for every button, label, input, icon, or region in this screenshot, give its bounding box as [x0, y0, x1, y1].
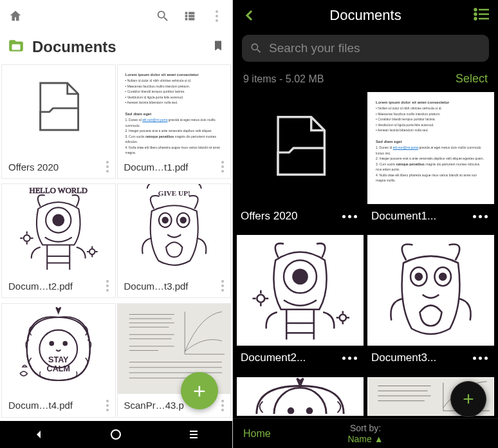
file-more-icon[interactable] [219, 161, 226, 173]
more-icon[interactable] [208, 7, 226, 25]
file-tile[interactable]: Offers 2020 [237, 92, 364, 229]
svg-point-38 [475, 18, 477, 20]
svg-point-43 [340, 315, 346, 321]
left-app-light: Documents Offers 2020 Lorem ipsum dolor … [0, 0, 233, 448]
file-more-icon[interactable] [338, 357, 361, 360]
thumbnail-folder [2, 65, 115, 155]
file-name: Document2... [241, 351, 338, 364]
svg-point-34 [475, 9, 477, 11]
file-tile[interactable]: Lorem ipsum dolor sit amet consectetur •… [117, 64, 232, 179]
file-tile[interactable] [237, 377, 364, 416]
nav-recent-icon[interactable] [186, 427, 201, 442]
home-button[interactable]: Home [243, 428, 347, 440]
file-tile[interactable]: Document2... [237, 235, 364, 370]
plus-icon: + [193, 378, 206, 404]
search-placeholder: Search your files [269, 41, 360, 55]
file-grid: Offers 2020 Lorem ipsum dolor sit amet c… [0, 64, 232, 421]
add-fab[interactable]: + [450, 381, 486, 417]
thumbnail-monster: HELLO WORLD [2, 184, 115, 274]
file-tile[interactable]: HELLO WORLD Docum…t2.pdf [1, 183, 116, 298]
file-name: Docum…t1.pdf [124, 162, 219, 173]
page-title: Documents [264, 7, 467, 24]
home-icon[interactable] [6, 7, 24, 25]
svg-point-4 [24, 235, 30, 241]
file-name: Docum…t2.pdf [8, 281, 104, 292]
sort-button[interactable]: Sort by: Name ▲ [347, 423, 383, 445]
folder-icon [8, 37, 24, 57]
select-button[interactable]: Select [456, 72, 488, 86]
status-row: 9 items - 5.02 MB Select [233, 68, 498, 92]
svg-point-45 [416, 274, 422, 280]
file-tile[interactable]: Document3... [367, 235, 494, 370]
svg-text:GIVE UP!: GIVE UP! [158, 190, 190, 198]
svg-point-49 [307, 408, 312, 413]
file-more-icon[interactable] [469, 357, 492, 360]
sort-label: Sort by: [350, 423, 381, 433]
view-list-icon[interactable] [474, 8, 489, 23]
file-name: Offers 2020 [241, 210, 338, 223]
item-count: 9 items - 5.02 MB [243, 73, 324, 85]
svg-point-48 [288, 408, 293, 413]
svg-point-12 [50, 341, 53, 345]
thumbnail-doc: Lorem ipsum dolor sit amet consectetur •… [118, 65, 231, 155]
view-list-icon[interactable] [181, 7, 199, 25]
search-icon [250, 42, 263, 55]
svg-point-8 [162, 218, 167, 223]
right-app-dark: Documents Search your files 9 items - 5.… [233, 0, 498, 448]
sort-value: Name ▲ [347, 434, 383, 444]
folder-header: Documents [0, 32, 232, 64]
svg-point-42 [257, 295, 264, 303]
file-name: Docum…t3.pdf [124, 281, 219, 292]
file-name: Document1... [371, 210, 469, 223]
file-name: Docum…t4.pdf [8, 400, 104, 411]
plus-icon: + [463, 388, 474, 410]
file-tile[interactable]: Offers 2020 [1, 64, 116, 179]
svg-point-3 [53, 215, 64, 226]
svg-text:STAY: STAY [48, 355, 69, 364]
bookmark-icon[interactable] [212, 39, 225, 55]
svg-text:HELLO WORLD: HELLO WORLD [30, 186, 88, 195]
file-more-icon[interactable] [338, 215, 361, 218]
svg-point-47 [439, 274, 446, 280]
file-caption: Docum…t3.pdf [118, 274, 231, 297]
search-input[interactable]: Search your files [242, 35, 489, 62]
file-caption: Document3... [367, 346, 494, 370]
thumbnail-doc: Lorem ipsum dolor sit amet consectetur •… [367, 92, 494, 204]
nav-back-icon[interactable] [31, 427, 46, 442]
file-tile[interactable]: GIVE UP! Docum…t3.pdf [117, 183, 232, 298]
svg-text:CALM: CALM [47, 364, 70, 373]
file-caption: Document1... [367, 204, 494, 229]
svg-point-36 [475, 14, 477, 15]
file-more-icon[interactable] [104, 400, 111, 411]
bottom-bar: Home Sort by: Name ▲ [233, 418, 498, 448]
file-grid: Offers 2020 Lorem ipsum dolor sit amet c… [233, 92, 498, 418]
back-icon[interactable] [242, 8, 257, 23]
file-more-icon[interactable] [104, 280, 111, 292]
svg-rect-0 [12, 44, 21, 50]
thumbnail-folder [237, 92, 364, 204]
add-fab[interactable]: + [181, 372, 218, 409]
file-more-icon[interactable] [469, 215, 492, 218]
nav-home-icon[interactable] [108, 427, 124, 442]
file-tile[interactable]: STAY CALM Docum…t4.pdf [1, 303, 116, 418]
file-more-icon[interactable] [104, 161, 111, 173]
file-name: Offers 2020 [8, 162, 104, 173]
thumbnail-monster [237, 235, 364, 346]
top-bar: Documents [233, 0, 498, 31]
thumbnail-lion [237, 377, 364, 416]
page-title: Documents [32, 38, 204, 56]
file-more-icon[interactable] [219, 400, 226, 411]
svg-point-13 [63, 341, 67, 345]
svg-point-5 [89, 249, 95, 254]
android-navbar [0, 421, 232, 448]
file-tile[interactable]: Lorem ipsum dolor sit amet consectetur •… [367, 92, 494, 229]
thumbnail-monster: GIVE UP! [118, 184, 231, 274]
svg-point-10 [180, 218, 185, 223]
search-icon[interactable] [154, 7, 172, 25]
file-caption: Document2... [237, 346, 364, 370]
file-name: Document3... [371, 351, 469, 364]
file-caption: Offers 2020 [2, 155, 115, 178]
svg-point-30 [111, 430, 120, 439]
thumbnail-lion: STAY CALM [2, 304, 115, 394]
file-more-icon[interactable] [219, 280, 226, 292]
